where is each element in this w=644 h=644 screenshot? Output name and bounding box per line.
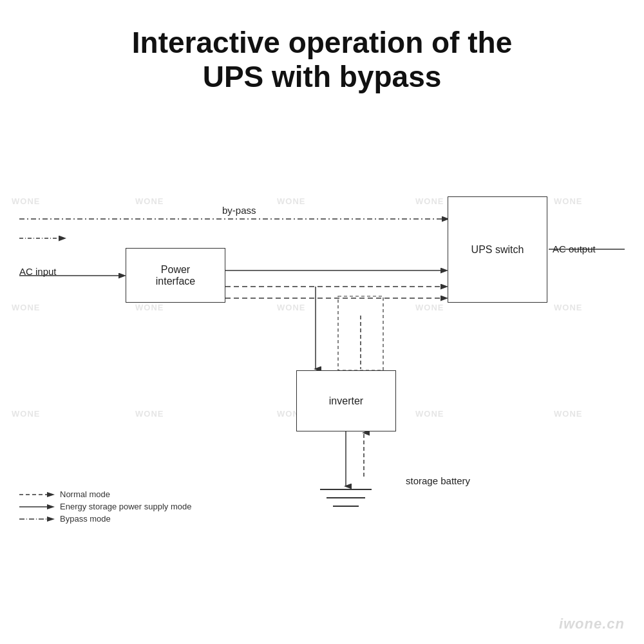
legend-energy-label: Energy storage power supply mode [60, 502, 192, 511]
legend-energy-line [19, 503, 55, 511]
ups-switch-label: UPS switch [471, 244, 524, 256]
power-interface-label: Powerinterface [156, 264, 195, 287]
power-interface-box: Powerinterface [126, 248, 225, 303]
legend-normal-label: Normal mode [60, 489, 110, 499]
title-area: Interactive operation of the UPS with by… [0, 0, 644, 107]
ups-switch-box: UPS switch [448, 196, 547, 303]
legend-energy: Energy storage power supply mode [19, 502, 192, 511]
storage-battery-label: storage battery [406, 475, 470, 486]
legend-bypass-line [19, 515, 55, 523]
legend-bypass: Bypass mode [19, 514, 192, 524]
ac-output-label: AC output [553, 243, 596, 254]
inverter-box: inverter [296, 370, 396, 431]
page-title: Interactive operation of the UPS with by… [0, 26, 644, 94]
ac-input-label: AC input [19, 266, 57, 277]
legend: Normal mode Energy storage power supply … [19, 489, 192, 526]
by-pass-label: by-pass [222, 205, 256, 216]
diagram-area: Powerinterface UPS switch inverter AC in… [0, 148, 644, 560]
dashed-rect [338, 296, 383, 370]
inverter-label: inverter [329, 395, 363, 407]
legend-bypass-label: Bypass mode [60, 514, 111, 524]
svg-marker-3 [47, 504, 55, 509]
svg-marker-1 [47, 492, 55, 497]
legend-normal-line [19, 491, 55, 498]
svg-marker-5 [47, 516, 55, 522]
brand-watermark: iwone.cn [559, 616, 625, 632]
legend-normal: Normal mode [19, 489, 192, 499]
